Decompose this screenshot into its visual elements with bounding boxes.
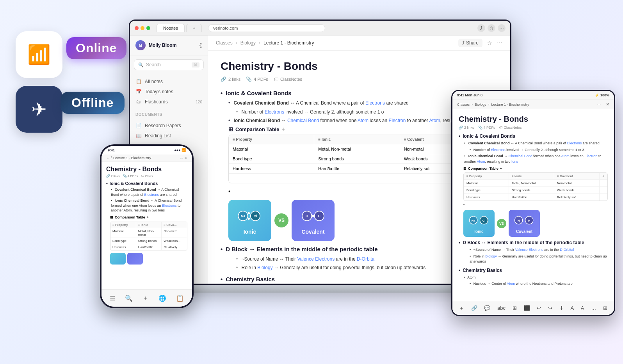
browser-chrome: Nototes + verinoto.com ⤴ ☆ ⋯ xyxy=(130,21,510,36)
tablet-close-btn[interactable]: ✕ xyxy=(606,102,609,107)
add-column-button[interactable]: + xyxy=(281,126,285,132)
phone-status-bar: 9:41 ●●● 📶 xyxy=(101,146,192,154)
star-icon[interactable]: ☆ xyxy=(488,24,495,32)
star-button[interactable]: ☆ xyxy=(487,40,492,46)
toolbar-font-b-icon[interactable]: A xyxy=(581,305,584,311)
breadcrumb-lecture: Lecture 1 - Biochemistry xyxy=(263,40,314,46)
tablet-breadcrumb-classes[interactable]: Classes xyxy=(457,103,470,107)
sidebar-item-today[interactable]: 📅 Today's notes xyxy=(130,87,208,97)
phone-edit-btn[interactable]: ✏ xyxy=(185,156,187,160)
research-papers-label: Research Papers xyxy=(145,123,181,128)
tablet-note-title: Chemistry - Bonds xyxy=(459,115,608,124)
phone-bottom-nav: ☰ 🔍 ＋ 🌐 📋 xyxy=(101,289,192,307)
all-notes-label: All notes xyxy=(145,79,163,84)
tablet-links-meta: 🔗 2 links xyxy=(459,126,474,130)
toolbar-block-icon[interactable]: ⬛ xyxy=(524,305,530,311)
phone-add-col-btn[interactable]: + xyxy=(147,215,149,219)
phone-nav-menu[interactable]: ☰ xyxy=(110,295,115,302)
toolbar-grid-icon[interactable]: ⊞ xyxy=(603,305,607,311)
share-button[interactable]: ⤴ Share xyxy=(458,39,482,47)
maximize-dot[interactable] xyxy=(146,26,150,30)
toolbar-add-icon[interactable]: ＋ xyxy=(459,305,464,312)
phone-nav-web[interactable]: 🌐 xyxy=(158,295,166,302)
more-button[interactable]: ⋯ xyxy=(497,40,502,46)
sidebar-item-reading-list[interactable]: 📖 Reading List xyxy=(130,131,208,141)
tablet-covalent-bullet: Covalent Chemical Bond ↔ A Chemical Bond… xyxy=(464,141,608,146)
sidebar-search[interactable]: 🔍 Search ⌘ xyxy=(134,59,204,70)
airplane-widget: ✈ xyxy=(16,86,62,133)
phone-col-covalent: ≡ Cova... xyxy=(162,222,187,228)
sidebar-item-research-papers[interactable]: 📄 Research Papers xyxy=(130,121,208,131)
more-icon[interactable]: ⋯ xyxy=(498,24,506,32)
d-orbital-link[interactable]: D-Orbital xyxy=(357,256,376,262)
offline-label: Offline xyxy=(71,96,114,110)
toolbar-abc-icon[interactable]: abc xyxy=(497,305,506,311)
toolbar-more-icon[interactable]: … xyxy=(591,305,596,311)
atom-link[interactable]: Atom xyxy=(358,118,368,123)
share-icon[interactable]: ⤴ xyxy=(477,24,485,32)
electron-link[interactable]: Electron xyxy=(388,118,406,123)
sidebar-user: M Molly Bloom xyxy=(135,40,176,50)
tablet-covalent-box: H H Covalent xyxy=(509,210,540,237)
today-notes-label: Today's notes xyxy=(145,89,173,94)
atom-link-2[interactable]: Atom xyxy=(429,118,440,123)
minimize-dot[interactable] xyxy=(141,26,144,30)
toolbar-table-icon[interactable]: ⊞ xyxy=(513,305,517,311)
tablet-d-block-heading: D Block ↔ Elements in the middle of the … xyxy=(459,240,608,245)
tablet-cell-material-covalent: Non-metal xyxy=(554,180,600,186)
tablet-col-add[interactable]: + xyxy=(600,173,607,179)
valence-electrons-link[interactable]: Valence Electrons xyxy=(297,256,335,262)
toolbar-undo-icon[interactable]: ↩ xyxy=(537,305,541,311)
tablet-covalent-label: Covalent xyxy=(516,229,532,234)
svg-text:Cl: Cl xyxy=(254,214,257,218)
breadcrumb-sep-2: › xyxy=(259,40,260,46)
phone-nav-search[interactable]: 🔍 xyxy=(125,295,133,302)
tablet-breadcrumb-biology[interactable]: Biology xyxy=(475,103,486,107)
browser-tab-active[interactable]: Nototes xyxy=(157,24,185,32)
chemical-bond-link[interactable]: Chemical Bond xyxy=(287,118,319,123)
wifi-icon: 📶 xyxy=(27,44,51,66)
phone-back-btn[interactable]: ← / xyxy=(106,156,112,160)
browser-url-bar[interactable]: verinoto.com xyxy=(208,24,325,32)
phone-content[interactable]: Chemistry - Bonds 🔗 2 links 📎 4 PDFs 🏷 C… xyxy=(101,162,192,289)
sidebar-collapse-button[interactable]: ⟪ xyxy=(199,42,202,48)
covalent-atom-svg: H H xyxy=(299,206,327,226)
user-name: Molly Bloom xyxy=(149,43,176,48)
tablet-content[interactable]: Chemistry - Bonds 🔗 2 links 📎 4 PDFs 🏷 C… xyxy=(452,109,614,301)
breadcrumb-classes[interactable]: Classes xyxy=(216,40,233,46)
toolbar-down-icon[interactable]: ⬇ xyxy=(559,305,564,311)
toolbar-font-a-icon[interactable]: A xyxy=(570,305,574,311)
toolbar-link-icon[interactable]: 🔗 xyxy=(471,305,477,311)
share-icon: ⤴ xyxy=(462,40,465,46)
cell-bond-ionic: Strong bonds xyxy=(314,154,400,163)
search-shortcut: ⌘ xyxy=(192,62,199,67)
electrons-link-2[interactable]: Electrons xyxy=(265,109,284,115)
tablet-comparison-header: ⊞ Comparison Table + xyxy=(463,167,608,170)
tablet-col-ionic: ≡ Ionic xyxy=(509,173,554,179)
toolbar-comment-icon[interactable]: 💬 xyxy=(484,305,490,311)
breadcrumb-biology[interactable]: Biology xyxy=(240,40,256,46)
offline-badge: Offline xyxy=(61,92,125,114)
covalent-image-box: H H Covalent xyxy=(292,200,335,241)
phone-nav-add[interactable]: ＋ xyxy=(142,294,149,302)
add-row-button[interactable]: + xyxy=(229,174,239,183)
tablet-more-btn[interactable]: ⋯ xyxy=(597,103,601,107)
phone-breadcrumb-text: Lecture 1 - Biochemistry xyxy=(113,156,151,160)
close-dot[interactable] xyxy=(135,26,139,30)
browser-tab-new[interactable]: + xyxy=(186,24,202,32)
sidebar-item-all-notes[interactable]: 📋 All notes xyxy=(130,76,208,87)
tablet-cell-hardness-ionic: Hard/brittle xyxy=(509,194,554,201)
vs-circle: VS xyxy=(274,213,288,227)
electrons-link[interactable]: Electrons xyxy=(365,100,385,106)
documents-section-label: DOCUMENTS xyxy=(130,109,208,118)
biology-link[interactable]: Biology xyxy=(257,265,272,270)
phone-nav-notes[interactable]: 📋 xyxy=(176,295,184,302)
tablet-add-col-btn[interactable]: + xyxy=(500,167,502,170)
toolbar-redo-icon[interactable]: ↪ xyxy=(548,305,552,311)
today-notes-icon: 📅 xyxy=(135,89,142,94)
phone-more-btn[interactable]: ⋯ xyxy=(180,156,183,160)
phone-cell-material-prop: Material xyxy=(110,228,136,238)
sidebar-item-flashcards[interactable]: 🗂 Flashcards 120 xyxy=(130,97,208,107)
note-title: Chemistry - Bonds xyxy=(221,60,498,73)
flashcards-label: Flashcards xyxy=(145,99,168,105)
